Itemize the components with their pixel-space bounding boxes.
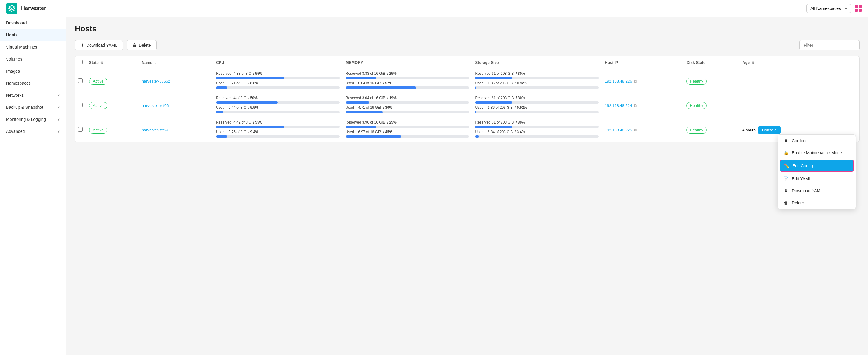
namespace-select[interactable]: All Namespaces default kube-system xyxy=(806,4,851,13)
storage-used-fill xyxy=(475,135,478,138)
mem-used-line: Used 4.71 of 16 GiB / 30% xyxy=(346,105,469,110)
memory-cell: Reserved 3.04 of 16 GiB / 19% Used 4.71 … xyxy=(343,93,472,118)
name-cell: harvester-88562 xyxy=(139,69,213,93)
sidebar-item-dashboard[interactable]: Dashboard xyxy=(0,17,66,29)
state-cell: Active xyxy=(86,118,139,142)
mem-reserved-fill xyxy=(346,77,376,79)
storage-reserved-bar xyxy=(475,101,599,104)
dropdown-item-label: Enable Maintenance Mode xyxy=(792,150,842,155)
storage-cell: Reserved 61 of 203 GiB / 30% Used 1.86 o… xyxy=(472,93,602,118)
dropdown-item-maintenance[interactable]: 🔒 Enable Maintenance Mode xyxy=(778,147,856,159)
row-checkbox[interactable] xyxy=(78,127,83,132)
state-badge: Active xyxy=(89,78,107,85)
mem-used-line: Used 8.84 of 16 GiB / 57% xyxy=(346,81,469,85)
storage-reserved-bar xyxy=(475,126,599,128)
mem-reserved-bar xyxy=(346,77,469,79)
ip-cell: 192.168.48.225 ⧉ xyxy=(602,118,683,142)
col-storage: Storage Size xyxy=(472,56,602,69)
table-row: Active harvester-sfqw8 Reserved 4.42 of … xyxy=(75,118,859,142)
filter-input[interactable] xyxy=(799,40,860,50)
download-yaml-button[interactable]: ⬇ Download YAML xyxy=(75,40,123,50)
disk-state-cell: Healthy xyxy=(683,69,739,93)
cpu-used-fill xyxy=(216,111,223,113)
sidebar-item-backup-snapshot[interactable]: Backup & Snapshot ∨ xyxy=(0,101,66,113)
sidebar-item-hosts[interactable]: Hosts xyxy=(0,29,66,41)
dropdown-item-edit-config[interactable]: ✏️ Edit Config xyxy=(780,160,854,172)
col-name: Name ↓ xyxy=(139,56,213,69)
mem-reserved-fill xyxy=(346,126,376,128)
age-cell: ⋮ xyxy=(739,69,859,93)
trash-icon: 🗑 xyxy=(132,43,136,47)
sidebar-item-label: Images xyxy=(6,69,20,73)
disk-state-cell: Healthy xyxy=(683,118,739,142)
delete-button[interactable]: 🗑 Delete xyxy=(127,40,157,50)
host-link[interactable]: harvester-sfqw8 xyxy=(142,128,169,132)
sidebar-item-namespaces[interactable]: Namespaces xyxy=(0,77,66,89)
mem-used-fill xyxy=(346,87,416,89)
console-button[interactable]: Console xyxy=(758,126,781,134)
sidebar-item-images[interactable]: Images xyxy=(0,65,66,77)
state-badge: Active xyxy=(89,127,107,133)
sidebar-item-label: Dashboard xyxy=(6,21,27,25)
sidebar-item-label: Advanced xyxy=(6,129,25,134)
lock-icon: 🔒 xyxy=(783,150,789,155)
toolbar: ⬇ Download YAML 🗑 Delete xyxy=(75,40,860,50)
sidebar-item-label: Namespaces xyxy=(6,81,31,86)
sidebar-item-monitoring-logging[interactable]: Monitoring & Logging ∨ xyxy=(0,113,66,125)
host-link[interactable]: harvester-kcf66 xyxy=(142,103,169,108)
copy-icon[interactable]: ⧉ xyxy=(634,103,637,108)
cpu-used-bar xyxy=(216,87,340,89)
disk-state-cell: Healthy xyxy=(683,93,739,118)
more-button[interactable]: ⋮ xyxy=(745,76,754,86)
mem-reserved-bar xyxy=(346,126,469,128)
cpu-reserved-fill xyxy=(216,77,284,79)
sidebar-item-advanced[interactable]: Advanced ∨ xyxy=(0,125,66,137)
cpu-reserved-bar xyxy=(216,101,340,104)
select-all-checkbox[interactable] xyxy=(78,60,83,64)
copy-icon[interactable]: ⧉ xyxy=(634,127,637,133)
mem-used-bar xyxy=(346,135,469,138)
storage-used-bar xyxy=(475,135,599,138)
pause-icon: ⏸ xyxy=(783,138,789,143)
dropdown-item-delete[interactable]: 🗑 Delete xyxy=(778,197,856,209)
age-text: 4 hours xyxy=(742,128,755,132)
mem-used-bar xyxy=(346,111,469,113)
age-cell xyxy=(739,93,859,118)
cpu-reserved-bar xyxy=(216,77,340,79)
host-link[interactable]: harvester-88562 xyxy=(142,79,170,84)
name-cell: harvester-sfqw8 xyxy=(139,118,213,142)
copy-icon[interactable]: ⧉ xyxy=(634,79,637,84)
dropdown-item-cordon[interactable]: ⏸ Cordon xyxy=(778,135,856,147)
row-checkbox-cell xyxy=(75,93,86,118)
col-disk-state: Disk State xyxy=(683,56,739,69)
sidebar-item-networks[interactable]: Networks ∨ xyxy=(0,89,66,101)
row-checkbox[interactable] xyxy=(78,103,83,107)
cpu-reserved-line: Reserved 4 of 8 C / 50% xyxy=(216,96,340,100)
trash-icon: 🗑 xyxy=(783,200,789,205)
topbar-right: All Namespaces default kube-system xyxy=(806,4,862,13)
ip-container: 192.168.48.225 ⧉ xyxy=(605,127,680,133)
storage-reserved-fill xyxy=(475,77,512,79)
dropdown-item-label: Download YAML xyxy=(792,188,823,193)
page-title: Hosts xyxy=(75,24,860,33)
sidebar-item-virtual-machines[interactable]: Virtual Machines xyxy=(0,41,66,53)
row-checkbox[interactable] xyxy=(78,78,83,83)
sidebar-item-label: Hosts xyxy=(6,33,18,37)
sidebar-item-label: Monitoring & Logging xyxy=(6,117,46,122)
download-icon: ⬇ xyxy=(783,188,789,193)
dropdown-item-edit-yaml[interactable]: 📄 Edit YAML xyxy=(778,173,856,185)
grid-icon[interactable] xyxy=(855,5,862,12)
state-cell: Active xyxy=(86,69,139,93)
sidebar-item-volumes[interactable]: Volumes xyxy=(0,53,66,65)
storage-cell: Reserved 61 of 203 GiB / 30% Used 6.84 o… xyxy=(472,118,602,142)
dropdown-item-label: Edit YAML xyxy=(792,176,811,181)
storage-used-fill xyxy=(475,111,476,113)
cpu-used-line: Used 0.75 of 8 C / 9.4% xyxy=(216,130,340,134)
ip-container: 192.168.48.224 ⧉ xyxy=(605,103,680,108)
state-cell: Active xyxy=(86,93,139,118)
more-button[interactable]: ⋮ xyxy=(783,125,792,134)
mem-reserved-bar xyxy=(346,101,469,104)
dropdown-item-download-yaml[interactable]: ⬇ Download YAML xyxy=(778,185,856,197)
storage-reserved-line: Reserved 61 of 203 GiB / 30% xyxy=(475,96,599,100)
col-state: State ⇅ xyxy=(86,56,139,69)
